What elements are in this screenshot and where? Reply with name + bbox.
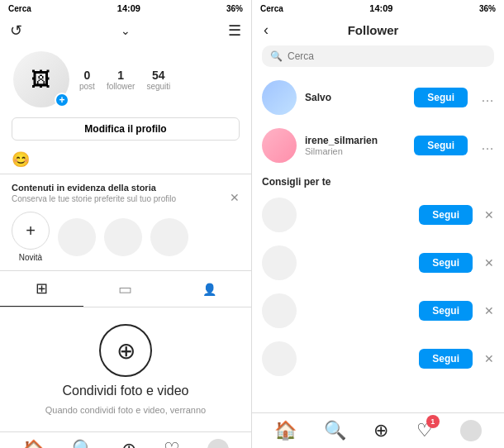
suggestion-follow-button-3[interactable]: Segui <box>419 349 473 369</box>
avatar-wrap: 🖼 + <box>12 50 71 109</box>
follower-list: Salvo Segui … irene_silmarien Silmarien … <box>252 74 504 412</box>
suggestion-item-3: Segui ✕ <box>252 335 504 383</box>
highlight-item-2[interactable] <box>104 218 142 256</box>
highlights-row: + Novità <box>12 212 240 262</box>
profile-section: 🖼 + 0 post 1 follower 54 seguiti <box>0 43 251 117</box>
grid-icon: ⊞ <box>36 279 48 298</box>
tab-reels[interactable]: ▭ <box>83 271 167 307</box>
post-count: 0 <box>84 69 91 82</box>
tagged-icon: 👤 <box>202 283 216 296</box>
stat-seguiti[interactable]: 54 seguiti <box>146 69 170 91</box>
tab-tagged[interactable]: 👤 <box>168 271 251 307</box>
add-content-button[interactable]: ⊕ <box>99 324 152 377</box>
left-bottom-nav: 🏠 🔍 ⊕ ♡ <box>0 431 251 448</box>
username-chevron[interactable]: ⌄ <box>121 24 131 37</box>
highlights-text: Contenuti in evidenza della storia Conse… <box>12 183 176 212</box>
left-nav-add-icon[interactable]: ⊕ <box>121 439 136 448</box>
suggestion-follow-button-1[interactable]: Segui <box>419 253 473 273</box>
follower-item-1: irene_silmarien Silmarien Segui … <box>252 122 504 169</box>
suggestion-close-3[interactable]: ✕ <box>484 352 494 365</box>
suggestion-close-1[interactable]: ✕ <box>484 256 494 269</box>
highlights-subtitle: Conserva le tue storie preferite sul tuo… <box>12 194 176 203</box>
suggestions-title: Consigli per te <box>252 169 504 191</box>
follow-button-0[interactable]: Segui <box>414 88 468 107</box>
more-icon-0[interactable]: … <box>481 90 494 105</box>
highlight-add-circle[interactable]: + <box>12 212 50 250</box>
left-status-bar: Cerca 14:09 36% <box>0 0 251 17</box>
right-nav-profile-avatar[interactable] <box>460 420 482 441</box>
profile-emoji: 😊 <box>0 149 251 174</box>
seguiti-count: 54 <box>152 69 165 82</box>
left-panel: Cerca 14:09 36% ↺ ⌄ ☰ 🖼 + 0 post 1 follo… <box>0 0 252 448</box>
back-history-icon[interactable]: ↺ <box>10 21 22 40</box>
left-status-right: 36% <box>226 4 243 13</box>
follower-info-0: Salvo <box>305 92 406 103</box>
suggestion-avatar-3[interactable] <box>262 341 297 376</box>
right-status-bar: Cerca 14:09 36% <box>252 0 504 17</box>
more-icon-1[interactable]: … <box>481 138 494 153</box>
stat-follower[interactable]: 1 follower <box>107 69 135 91</box>
content-tabs: ⊞ ▭ 👤 <box>0 270 251 307</box>
right-nav-search-icon[interactable]: 🔍 <box>324 420 346 441</box>
suggestion-avatar-1[interactable] <box>262 245 297 280</box>
menu-icon[interactable]: ☰ <box>228 21 241 40</box>
suggestion-follow-button-0[interactable]: Segui <box>419 205 473 225</box>
suggestion-avatar-0[interactable] <box>262 198 297 232</box>
left-nav-home-icon[interactable]: 🏠 <box>22 439 45 448</box>
right-signal: Cerca <box>260 4 283 13</box>
follower-name-0: Salvo <box>305 92 406 103</box>
follower-avatar-1[interactable] <box>262 128 297 163</box>
follower-item-0: Salvo Segui … <box>252 74 504 122</box>
right-nav-heart-wrap[interactable]: ♡ 1 <box>416 420 433 441</box>
suggestion-close-2[interactable]: ✕ <box>484 304 494 317</box>
follower-sub-1: Silmarien <box>305 146 406 156</box>
highlight-add-item[interactable]: + Novità <box>12 212 50 262</box>
profile-stats: 0 post 1 follower 54 seguiti <box>79 69 240 91</box>
left-nav-search-icon[interactable]: 🔍 <box>72 439 94 448</box>
empty-content-subtitle: Quando condividi foto e video, verranno <box>45 405 206 415</box>
search-bar[interactable]: 🔍 <box>262 45 494 67</box>
left-nav-profile-avatar[interactable] <box>207 439 229 448</box>
search-icon: 🔍 <box>270 50 283 62</box>
empty-content-title: Condividi foto e video <box>63 384 189 398</box>
suggestion-item-1: Segui ✕ <box>252 239 504 287</box>
left-top-nav: ↺ ⌄ ☰ <box>0 17 251 43</box>
follower-avatar-0[interactable] <box>262 80 297 115</box>
left-time: 14:09 <box>117 3 140 13</box>
edit-profile-button[interactable]: Modifica il profilo <box>12 117 240 141</box>
left-battery: 36% <box>226 4 243 13</box>
suggestion-follow-button-2[interactable]: Segui <box>419 301 473 321</box>
right-time: 14:09 <box>369 3 392 13</box>
right-bottom-nav: 🏠 🔍 ⊕ ♡ 1 <box>252 412 504 448</box>
highlight-circle-2 <box>104 218 142 256</box>
follower-count: 1 <box>117 69 124 82</box>
follow-button-1[interactable]: Segui <box>414 136 468 155</box>
left-signal: Cerca <box>8 4 31 13</box>
follower-label: follower <box>107 82 135 91</box>
suggestion-close-0[interactable]: ✕ <box>484 208 494 222</box>
right-nav-home-icon[interactable]: 🏠 <box>274 420 297 441</box>
highlight-add-label: Novità <box>19 253 42 262</box>
highlight-item-3[interactable] <box>150 218 188 256</box>
right-back-icon[interactable]: ‹ <box>264 21 269 39</box>
reels-icon: ▭ <box>118 280 132 298</box>
search-input[interactable] <box>288 50 486 62</box>
post-label: post <box>79 82 95 91</box>
suggestion-item-2: Segui ✕ <box>252 287 504 335</box>
right-battery: 36% <box>479 4 496 13</box>
highlight-item-1[interactable] <box>58 218 96 256</box>
highlight-circle-1 <box>58 218 96 256</box>
right-nav-add-icon[interactable]: ⊕ <box>373 420 388 441</box>
empty-content: ⊕ Condividi foto e video Quando condivid… <box>0 307 251 431</box>
suggestion-item-0: Segui ✕ <box>252 191 504 239</box>
suggestion-avatar-2[interactable] <box>262 293 297 328</box>
stat-post[interactable]: 0 post <box>79 69 95 91</box>
highlights-header: Contenuti in evidenza della storia Conse… <box>12 183 240 212</box>
avatar-add-button[interactable]: + <box>55 93 69 107</box>
left-nav-heart-icon[interactable]: ♡ <box>164 439 180 448</box>
right-top-nav: ‹ Follower <box>252 17 504 42</box>
tab-grid[interactable]: ⊞ <box>0 271 83 307</box>
highlights-close-icon[interactable]: ✕ <box>230 191 240 204</box>
follower-avatar-img-1 <box>262 128 297 163</box>
seguiti-label: seguiti <box>146 82 170 91</box>
